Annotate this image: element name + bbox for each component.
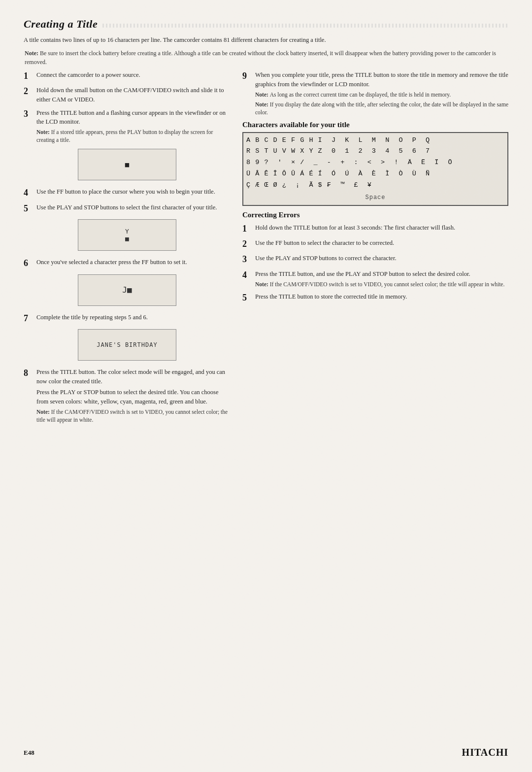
step-4: 4 Use the FF button to place the cursor … [24, 187, 231, 199]
correcting-step-2: 2 Use the FF button to select the charac… [242, 238, 508, 250]
correcting-step-5-text: Press the TITLE button to store the corr… [255, 292, 508, 302]
step-9-num: 9 [242, 70, 253, 82]
page-footer: E48 HITACHI [24, 747, 508, 758]
step-5-num: 5 [24, 203, 34, 214]
left-col: 1 Connect the camcorder to a power sourc… [24, 70, 231, 428]
correcting-step-2-text: Use the FF button to select the characte… [255, 238, 508, 248]
char-row-5-text: Ç Æ Œ Ø ¿ ¡ Ã $ ₣ ™ £ ¥ [246, 180, 372, 191]
char-row-3: 8 9 ? ' × / _ - + : < > ! Ä Ë Ï Ö [246, 157, 504, 168]
char-row-5: Ç Æ Œ Ø ¿ ¡ Ã $ ₣ ™ £ ¥ [246, 180, 504, 191]
correcting-step-5-num: 5 [242, 292, 253, 303]
step-1: 1 Connect the camcorder to a power sourc… [24, 70, 231, 82]
correcting-step-2-num: 2 [242, 238, 253, 250]
page-header: Creating a Title [24, 18, 508, 31]
step-2: 2 Hold down the small button on the CAM/… [24, 86, 231, 104]
page-number: E48 [24, 749, 34, 757]
char-row-3-text: 8 9 ? ' × / _ - + : < > ! Ä Ë Ï Ö [246, 157, 453, 168]
correcting-step-4-text: Press the TITLE button, and use the PLAY… [255, 269, 508, 279]
step-8-note: Note: If the CAM/OFF/VIDEO switch is set… [36, 408, 231, 424]
step-3-text: Press the TITLE button and a flashing cu… [36, 108, 231, 127]
intro-text: A title contains two lines of up to 16 c… [24, 35, 508, 45]
step-9-text: When you complete your title, press the … [255, 70, 508, 89]
step-5-text: Use the PLAY and STOP buttons to select … [36, 203, 231, 212]
brand-name: HITACHI [462, 747, 508, 758]
correcting-heading: Correcting Errors [242, 211, 508, 219]
lcd-text-2: Y■ [125, 228, 129, 242]
two-col-layout: 1 Connect the camcorder to a power sourc… [24, 70, 508, 428]
correcting-step-4: 4 Press the TITLE button, and use the PL… [242, 269, 508, 288]
char-row-2-text: R S T U V W X Y Z 0 1 2 3 4 5 6 7 [246, 146, 430, 157]
step-1-num: 1 [24, 70, 34, 82]
char-row-1-text: A B C D E F G H I J K L M N O P Q [246, 135, 430, 146]
step-4-text: Use the FF button to place the cursor wh… [36, 187, 231, 197]
lcd-display-3: J■ [78, 274, 176, 306]
correcting-step-3-num: 3 [242, 254, 253, 265]
step-9-note2: Note: If you display the date along with… [255, 101, 508, 116]
step-6: 6 Once you've selected a character press… [24, 258, 231, 269]
step-2-text: Hold down the small button on the CAM/OF… [36, 86, 231, 104]
step-7: 7 Complete the title by repeating steps … [24, 313, 231, 324]
step-3: 3 Press the TITLE button and a flashing … [24, 108, 231, 144]
lcd-display-4: JANE'S BIRTHDAY [78, 329, 176, 361]
char-row-4-text: Ü Â Ê Î Ô Û Á É Í Ó Ú À È Ì Ò Ù Ñ [246, 168, 430, 180]
step-5: 5 Use the PLAY and STOP buttons to selec… [24, 203, 231, 214]
correcting-step-4-note: Note: If the CAM/OFF/VIDEO switch is set… [255, 280, 508, 288]
correcting-step-1-num: 1 [242, 223, 253, 235]
page: Creating a Title A title contains two li… [0, 0, 532, 772]
characters-heading: Characters available for your title [242, 121, 508, 129]
intro-note: Note: Be sure to insert the clock batter… [24, 49, 508, 67]
correcting-step-1: 1 Hold down the TITLE button for at leas… [242, 223, 508, 235]
step-1-text: Connect the camcorder to a power source. [36, 70, 231, 80]
step-9: 9 When you complete your title, press th… [242, 70, 508, 117]
step-9-note1: Note: As long as the correct current tim… [255, 91, 508, 99]
correcting-step-4-num: 4 [242, 269, 253, 281]
title-decoration [102, 24, 508, 28]
lcd-cursor-1: ■ [125, 161, 129, 168]
char-row-1: A B C D E F G H I J K L M N O P Q [246, 135, 504, 146]
characters-table: A B C D E F G H I J K L M N O P Q R S T … [242, 132, 508, 206]
correcting-section: Correcting Errors 1 Hold down the TITLE … [242, 211, 508, 303]
step-3-num: 3 [24, 108, 34, 120]
page-title: Creating a Title [24, 18, 98, 31]
correcting-step-3-text: Use the PLAY and STOP buttons to correct… [255, 254, 508, 263]
lcd-display-2: Y■ [78, 219, 176, 251]
correcting-step-3: 3 Use the PLAY and STOP buttons to corre… [242, 254, 508, 265]
right-col: 9 When you complete your title, press th… [242, 70, 508, 428]
step-8-num: 8 [24, 368, 34, 379]
lcd-text-3: J■ [122, 285, 132, 295]
step-7-text: Complete the title by repeating steps 5 … [36, 313, 231, 322]
space-row: Space [246, 193, 504, 202]
step-4-num: 4 [24, 187, 34, 199]
char-row-2: R S T U V W X Y Z 0 1 2 3 4 5 6 7 [246, 146, 504, 157]
step-7-num: 7 [24, 313, 34, 324]
char-row-4: Ü Â Ê Î Ô Û Á É Í Ó Ú À È Ì Ò Ù Ñ [246, 168, 504, 180]
note-label: Note: [25, 50, 40, 57]
step-6-text: Once you've selected a character press t… [36, 258, 231, 267]
step-8: 8 Press the TITLE button. The color sele… [24, 368, 231, 424]
lcd-text-4: JANE'S BIRTHDAY [97, 341, 157, 348]
step-2-num: 2 [24, 86, 34, 97]
step-8-subtext: Press the PLAY or STOP button to select … [36, 388, 231, 406]
lcd-display-1: ■ [78, 149, 176, 180]
step-8-text: Press the TITLE button. The color select… [36, 368, 231, 386]
step-6-num: 6 [24, 258, 34, 269]
correcting-step-5: 5 Press the TITLE button to store the co… [242, 292, 508, 303]
correcting-step-1-text: Hold down the TITLE button for at least … [255, 223, 508, 233]
step-3-note: Note: If a stored title appears, press t… [36, 128, 231, 144]
